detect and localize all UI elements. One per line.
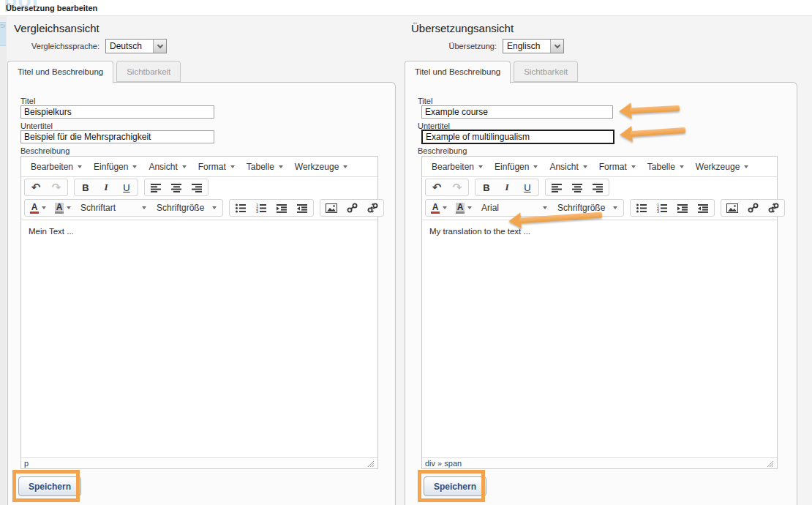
tab-sichtbarkeit[interactable]: Sichtbarkeit bbox=[116, 61, 181, 82]
chevron-down-icon bbox=[631, 165, 636, 168]
titel-input[interactable] bbox=[421, 105, 613, 119]
align-left-button[interactable] bbox=[146, 179, 166, 195]
resize-grip-icon[interactable] bbox=[766, 460, 774, 468]
language-select[interactable]: Deutsch bbox=[105, 39, 167, 53]
chevron-down-icon bbox=[279, 165, 283, 168]
editor-content[interactable]: Mein Text ... bbox=[21, 220, 377, 457]
align-right-button[interactable] bbox=[187, 179, 207, 195]
align-center-button[interactable] bbox=[166, 179, 187, 195]
numbered-list-button[interactable]: 123 bbox=[652, 200, 672, 216]
italic-button[interactable]: I bbox=[497, 179, 517, 195]
insert-link-button[interactable] bbox=[743, 200, 763, 216]
bold-button[interactable]: B bbox=[75, 179, 96, 195]
language-select[interactable]: Englisch bbox=[503, 39, 564, 53]
tab-bar: Titel und Beschreibung Sichtbarkeit bbox=[7, 61, 181, 83]
align-left-icon bbox=[151, 183, 162, 192]
chevron-down-icon bbox=[67, 206, 71, 209]
language-select-value: Deutsch bbox=[106, 41, 153, 51]
menu-einfuegen[interactable]: Einfügen bbox=[489, 158, 544, 176]
chevron-down-icon bbox=[212, 206, 217, 209]
undo-icon: ↶ bbox=[432, 182, 442, 193]
titel-input[interactable] bbox=[20, 105, 214, 119]
bullet-list-button[interactable] bbox=[230, 200, 251, 216]
save-button[interactable]: Speichern bbox=[424, 476, 486, 496]
redo-button[interactable]: ↷ bbox=[447, 179, 467, 195]
text-color-button[interactable]: A bbox=[426, 200, 451, 216]
background-color-button[interactable]: A bbox=[50, 200, 75, 216]
svg-text:3: 3 bbox=[657, 209, 659, 213]
menu-bearbeiten[interactable]: Bearbeiten bbox=[25, 158, 88, 176]
indent-button[interactable] bbox=[271, 200, 292, 216]
unlink-button[interactable] bbox=[362, 200, 383, 216]
menu-bearbeiten[interactable]: Bearbeiten bbox=[426, 158, 489, 176]
italic-button[interactable]: I bbox=[96, 179, 116, 195]
select-dropdown-button[interactable] bbox=[550, 40, 563, 53]
font-size-select[interactable]: Schriftgröße bbox=[151, 200, 222, 216]
toolbar-row-1: ↶ ↷ B I U bbox=[21, 177, 377, 198]
beschreibung-label: Beschreibung bbox=[20, 146, 69, 155]
background-color-icon: A bbox=[55, 203, 64, 214]
unlink-button[interactable] bbox=[763, 200, 783, 216]
element-path: p bbox=[24, 459, 29, 468]
language-label: Übersetzung: bbox=[410, 42, 497, 50]
link-icon bbox=[347, 203, 358, 213]
untertitel-input[interactable] bbox=[421, 130, 614, 144]
redo-button[interactable]: ↷ bbox=[46, 179, 67, 195]
insert-image-button[interactable] bbox=[722, 200, 743, 216]
tab-bar: Titel und Beschreibung Sichtbarkeit bbox=[405, 61, 578, 83]
chevron-down-icon bbox=[543, 206, 547, 209]
panel-heading: Übersetzungsansicht bbox=[411, 22, 514, 34]
undo-button[interactable]: ↶ bbox=[426, 179, 447, 195]
editor-content[interactable]: My translation to the text ... bbox=[422, 220, 777, 457]
image-icon bbox=[726, 203, 738, 213]
menu-tabelle[interactable]: Tabelle bbox=[241, 158, 289, 176]
background-color-icon: A bbox=[456, 203, 465, 214]
chevron-down-icon bbox=[132, 165, 137, 168]
select-dropdown-button[interactable] bbox=[153, 40, 166, 53]
bold-button[interactable]: B bbox=[476, 179, 497, 195]
menu-ansicht[interactable]: Ansicht bbox=[143, 158, 192, 176]
bullet-list-button[interactable] bbox=[631, 200, 652, 216]
indent-button[interactable] bbox=[672, 200, 693, 216]
menu-einfuegen[interactable]: Einfügen bbox=[88, 158, 143, 176]
tab-titel-und-beschreibung[interactable]: Titel und Beschreibung bbox=[7, 61, 113, 83]
menu-ansicht[interactable]: Ansicht bbox=[544, 158, 593, 176]
background-color-button[interactable]: A bbox=[451, 200, 476, 216]
tab-sichtbarkeit[interactable]: Sichtbarkeit bbox=[514, 61, 578, 82]
text-color-button[interactable]: A bbox=[26, 200, 50, 216]
menu-werkzeuge[interactable]: Werkzeuge bbox=[289, 158, 353, 176]
chevron-down-icon bbox=[182, 165, 187, 168]
outdent-icon bbox=[297, 203, 308, 213]
insert-image-button[interactable] bbox=[321, 200, 342, 216]
outdent-button[interactable] bbox=[292, 200, 312, 216]
window-title: Übersetzung bearbeiten bbox=[6, 4, 97, 12]
align-center-button[interactable] bbox=[567, 179, 587, 195]
underline-button[interactable]: U bbox=[116, 179, 137, 195]
underline-button[interactable]: U bbox=[517, 179, 538, 195]
font-family-select[interactable]: Schriftart bbox=[75, 200, 151, 216]
tab-content-box: Titel Untertitel Beschreibung Bearbeiten… bbox=[405, 82, 797, 505]
link-icon bbox=[748, 203, 759, 213]
align-right-button[interactable] bbox=[587, 179, 608, 195]
untertitel-input[interactable] bbox=[20, 130, 214, 143]
save-button[interactable]: Speichern bbox=[18, 476, 81, 496]
resize-grip-icon[interactable] bbox=[366, 460, 375, 468]
align-left-button[interactable] bbox=[546, 179, 567, 195]
chevron-down-icon bbox=[680, 165, 684, 168]
menu-tabelle[interactable]: Tabelle bbox=[642, 158, 690, 176]
tab-titel-und-beschreibung[interactable]: Titel und Beschreibung bbox=[405, 61, 511, 83]
insert-link-button[interactable] bbox=[342, 200, 362, 216]
menu-format[interactable]: Format bbox=[192, 158, 241, 176]
numbered-list-button[interactable]: 123 bbox=[251, 200, 271, 216]
image-icon bbox=[326, 203, 337, 213]
side-tab: St bbox=[0, 22, 6, 46]
menu-werkzeuge[interactable]: Werkzeuge bbox=[690, 158, 754, 176]
unlink-icon bbox=[768, 203, 779, 213]
menu-format[interactable]: Format bbox=[593, 158, 642, 176]
text-color-icon: A bbox=[431, 203, 440, 214]
beschreibung-label: Beschreibung bbox=[418, 146, 467, 155]
chevron-down-icon bbox=[554, 42, 560, 48]
rich-text-editor: Bearbeiten Einfügen Ansicht Format Tabel… bbox=[421, 156, 778, 469]
undo-button[interactable]: ↶ bbox=[26, 179, 46, 195]
outdent-button[interactable] bbox=[693, 200, 713, 216]
